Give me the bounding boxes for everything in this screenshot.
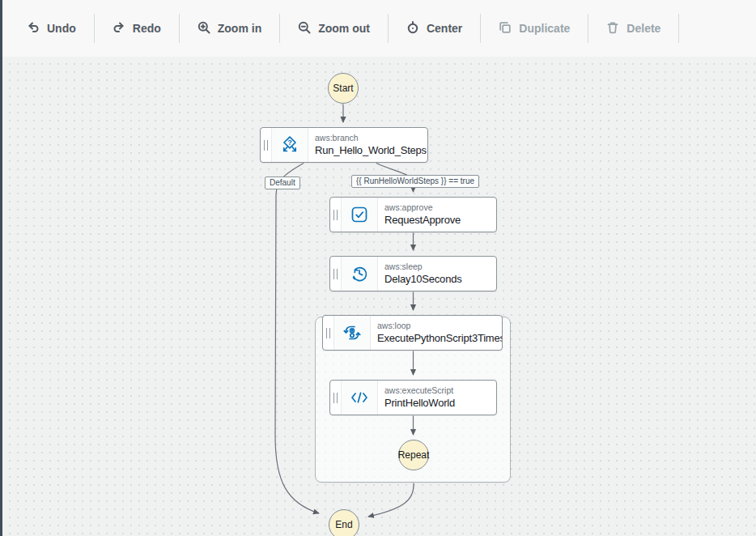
execute-script-icon: [342, 381, 378, 415]
redo-label: Redo: [133, 22, 161, 35]
toolbar-separator: [94, 14, 95, 43]
delete-button[interactable]: Delete: [605, 16, 662, 41]
sleep-icon: [342, 257, 378, 291]
svg-text:?: ?: [287, 138, 292, 147]
redo-icon: [113, 21, 125, 36]
end-terminal: End: [329, 509, 359, 536]
undo-label: Undo: [47, 22, 76, 35]
toolbar-separator: [388, 14, 389, 43]
toolbar-separator: [179, 14, 180, 43]
start-terminal: Start: [328, 73, 359, 104]
toolbar-separator: [678, 14, 679, 43]
drag-handle[interactable]: [330, 198, 342, 232]
step-name: Delay10Seconds: [384, 272, 490, 286]
drag-handle[interactable]: [330, 381, 342, 415]
step-name: ExecutePythonScript3Times: [377, 331, 495, 345]
delete-icon: [606, 21, 619, 36]
end-label: End: [335, 519, 352, 530]
zoom-in-label: Zoom in: [218, 22, 261, 35]
step-node-loop[interactable]: aws:loop ExecutePythonScript3Times: [322, 315, 503, 351]
step-node-sleep[interactable]: aws:sleep Delay10Seconds: [329, 256, 497, 291]
step-type: aws:loop: [377, 321, 495, 331]
toolbar-separator: [588, 14, 588, 43]
toolbar-separator: [480, 14, 481, 43]
drag-handle[interactable]: [323, 316, 334, 350]
step-name: RequestApprove: [384, 213, 490, 227]
drag-handle[interactable]: [261, 128, 272, 162]
center-icon: [406, 21, 419, 36]
drag-handle[interactable]: [330, 257, 342, 291]
zoom-out-icon: [298, 21, 311, 36]
toolbar-separator: [279, 14, 280, 43]
zoom-out-label: Zoom out: [318, 22, 370, 35]
step-node-branch[interactable]: ? aws:branch Run_Hello_World_Steps: [260, 127, 428, 163]
undo-icon: [27, 21, 40, 36]
flow-canvas[interactable]: Start ? aws:branch Run_Hello_World_Steps…: [2, 57, 756, 536]
step-name: Run_Hello_World_Steps: [315, 143, 421, 157]
edge-branch-default-to-end: [275, 164, 319, 514]
zoom-in-button[interactable]: Zoom in: [196, 16, 263, 41]
start-label: Start: [333, 83, 353, 94]
center-button[interactable]: Center: [405, 16, 464, 41]
diagram-toolbar: Undo Redo Zoom in Zoom out Center Duplic…: [2, 0, 756, 57]
loop-icon: [334, 316, 371, 350]
delete-label: Delete: [626, 22, 660, 35]
edge-label-default: Default: [265, 177, 300, 189]
step-node-execute-script[interactable]: aws:executeScript PrintHelloWorld: [329, 380, 497, 415]
step-type: aws:approve: [384, 202, 490, 213]
approve-icon: [342, 198, 378, 232]
repeat-terminal: Repeat: [398, 440, 429, 470]
redo-button[interactable]: Redo: [111, 16, 163, 41]
step-type: aws:branch: [315, 133, 421, 143]
step-type: aws:executeScript: [384, 385, 490, 396]
undo-button[interactable]: Undo: [25, 16, 78, 41]
duplicate-button[interactable]: Duplicate: [497, 16, 571, 41]
duplicate-label: Duplicate: [519, 22, 570, 35]
edge-group-to-end: [368, 483, 414, 517]
repeat-label: Repeat: [398, 449, 430, 461]
step-type: aws:sleep: [384, 262, 490, 272]
zoom-out-button[interactable]: Zoom out: [296, 16, 372, 41]
center-label: Center: [427, 22, 462, 35]
step-node-approve[interactable]: aws:approve RequestApprove: [329, 197, 497, 232]
edge-label-condition: {{ RunHelloWorldSteps }} == true: [351, 175, 479, 188]
branch-icon: ?: [272, 128, 308, 162]
zoom-in-icon: [197, 21, 210, 36]
step-name: PrintHelloWorld: [384, 396, 490, 410]
duplicate-icon: [499, 21, 512, 36]
panel-edge-strip: [0, 0, 2, 536]
